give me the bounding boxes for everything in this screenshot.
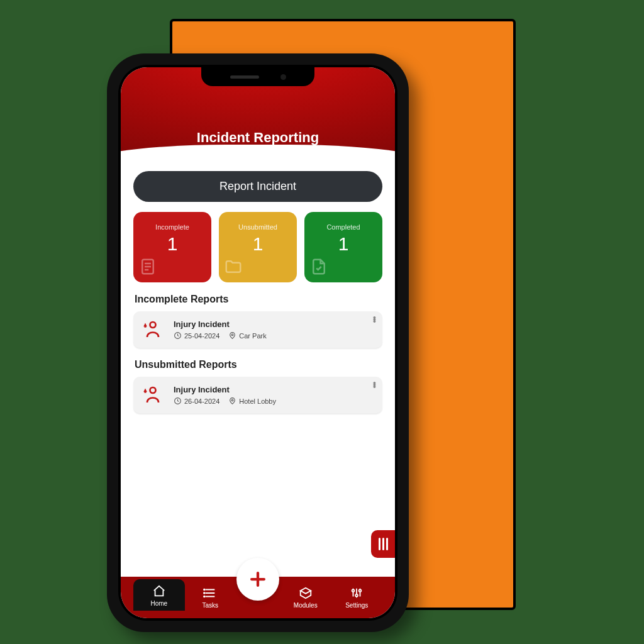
side-menu-button[interactable] xyxy=(371,530,395,558)
svg-point-1 xyxy=(150,322,156,328)
status-tiles: Incomplete 1 Unsubmitted 1 xyxy=(133,212,382,282)
kebab-menu-icon[interactable]: ••• xyxy=(373,316,376,322)
nav-tasks[interactable]: Tasks xyxy=(185,586,236,609)
injury-icon xyxy=(141,318,165,341)
location-icon xyxy=(228,397,236,405)
nav-label: Settings xyxy=(345,602,368,609)
svg-point-11 xyxy=(355,594,358,597)
nav-label: Tasks xyxy=(202,602,218,609)
svg-point-12 xyxy=(359,590,362,592)
report-card[interactable]: Injury Incident 25-04-2024 Car Park xyxy=(133,311,382,348)
settings-icon xyxy=(350,586,364,600)
tile-incomplete[interactable]: Incomplete 1 xyxy=(133,212,211,282)
file-check-icon xyxy=(309,257,328,279)
tile-count: 1 xyxy=(219,233,297,255)
tile-completed[interactable]: Completed 1 xyxy=(304,212,382,282)
app-screen: Incident Reporting Report Incident Incom… xyxy=(121,67,395,618)
report-location: Hotel Lobby xyxy=(239,397,276,405)
tasks-icon xyxy=(203,586,217,600)
folder-icon xyxy=(224,257,243,279)
report-date: 26-04-2024 xyxy=(184,397,219,405)
report-date: 25-04-2024 xyxy=(184,332,219,340)
modules-icon xyxy=(299,586,313,600)
tile-count: 1 xyxy=(133,233,211,255)
page-title: Incident Reporting xyxy=(197,130,319,146)
location-icon xyxy=(228,331,236,340)
section-title-unsubmitted: Unsubmitted Reports xyxy=(135,359,382,370)
nav-home[interactable]: Home xyxy=(133,579,185,611)
tile-unsubmitted[interactable]: Unsubmitted 1 xyxy=(219,212,297,282)
clock-icon xyxy=(174,331,182,340)
svg-point-4 xyxy=(150,387,156,393)
report-incident-button[interactable]: Report Incident xyxy=(133,171,382,202)
report-card[interactable]: Injury Incident 26-04-2024 Hotel Lobby xyxy=(133,377,382,413)
report-location: Car Park xyxy=(239,332,266,340)
svg-point-3 xyxy=(231,334,233,336)
svg-point-6 xyxy=(231,399,233,401)
plus-icon xyxy=(247,569,269,590)
tile-label: Unsubmitted xyxy=(219,223,297,231)
nav-label: Modules xyxy=(294,602,318,609)
menu-bars-icon xyxy=(379,538,388,550)
kebab-menu-icon[interactable]: ••• xyxy=(373,382,376,387)
injury-icon xyxy=(141,383,165,407)
nav-modules[interactable]: Modules xyxy=(280,586,331,609)
report-title: Injury Incident xyxy=(174,319,375,329)
svg-point-7 xyxy=(204,589,205,591)
tile-label: Incomplete xyxy=(133,223,211,231)
tile-count: 1 xyxy=(304,233,382,255)
clock-icon xyxy=(174,397,182,405)
nav-settings[interactable]: Settings xyxy=(331,586,383,609)
svg-point-10 xyxy=(352,590,355,592)
tile-label: Completed xyxy=(304,223,382,231)
phone-notch xyxy=(201,67,314,86)
section-title-incomplete: Incomplete Reports xyxy=(135,294,382,305)
add-button[interactable] xyxy=(236,558,279,601)
svg-point-8 xyxy=(204,592,205,594)
home-icon xyxy=(152,584,166,598)
phone-frame: Incident Reporting Report Incident Incom… xyxy=(107,53,409,632)
nav-label: Home xyxy=(150,600,167,607)
report-title: Injury Incident xyxy=(174,385,375,394)
document-icon xyxy=(138,257,157,279)
svg-point-9 xyxy=(204,596,205,597)
